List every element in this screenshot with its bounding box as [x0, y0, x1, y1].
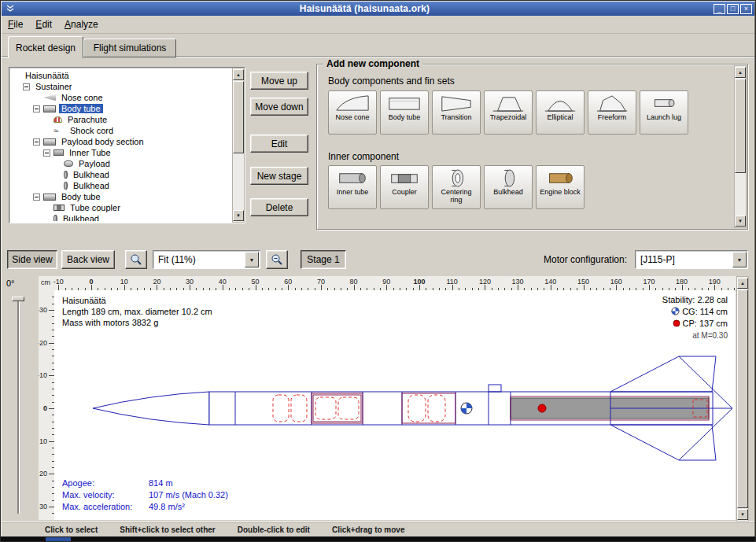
fin-top: [610, 356, 716, 392]
h-ruler-label: 140: [541, 278, 560, 286]
scroll-down-icon[interactable]: ▼: [735, 216, 746, 227]
nosecone-icon: [334, 93, 371, 114]
expander-icon[interactable]: [33, 138, 40, 146]
tree-item-body-tube[interactable]: Body tube: [11, 191, 231, 202]
tree-item-bulkhead[interactable]: Bulkhead: [11, 213, 231, 221]
component-card-bulkhead[interactable]: Bulkhead: [484, 165, 533, 209]
maximize-button[interactable]: □: [727, 4, 739, 14]
magnifier-icon: [130, 253, 142, 266]
expander-icon[interactable]: [33, 194, 40, 201]
tree-item-label: Bulkhead: [61, 214, 101, 221]
titlebar[interactable]: Haisunäätä (haisunaata.ork) _ □ ×: [2, 2, 754, 16]
tree-item-bulkhead[interactable]: Bulkhead: [11, 180, 231, 191]
v-ruler-label: 10: [39, 437, 47, 445]
tree-item-haisun-t[interactable]: Haisunäätä: [11, 70, 231, 81]
rocket-canvas[interactable]: Haisunäätä Length 189 cm, max. diameter …: [54, 290, 736, 520]
tree-item-parachute[interactable]: Parachute: [11, 114, 231, 125]
window-icon[interactable]: [5, 4, 16, 14]
launchlug-icon: [646, 93, 682, 114]
palette-scrollbar[interactable]: ▲ ▼: [734, 65, 747, 228]
new-stage-button[interactable]: New stage: [250, 167, 308, 185]
tree-item-sustainer[interactable]: Sustainer: [11, 81, 231, 92]
component-card-trapezoidal[interactable]: Trapezoidal: [484, 90, 533, 135]
scroll-up-icon[interactable]: ▲: [233, 69, 244, 80]
v-ruler-label: -20: [39, 339, 47, 347]
zoom-out-button[interactable]: [266, 250, 288, 269]
stage-1-button[interactable]: Stage 1: [301, 250, 346, 269]
tree-item-tube-coupler[interactable]: Tube coupler: [11, 202, 231, 213]
launch-lug: [489, 385, 501, 392]
cg-marker: [461, 403, 472, 414]
scroll-up-icon[interactable]: ▲: [737, 278, 748, 289]
component-card-transition[interactable]: Transition: [432, 90, 481, 135]
tab-flight-simulations[interactable]: Flight simulations: [83, 39, 176, 57]
motor-configuration-select[interactable]: [J115-P] ▼: [635, 250, 748, 269]
tree-item-payload-body-section[interactable]: Payload body section: [11, 136, 231, 147]
rotation-slider-handle[interactable]: [12, 297, 24, 301]
tree-item-nose-cone[interactable]: Nose cone: [11, 92, 231, 103]
tree-scrollbar-thumb[interactable]: [233, 81, 244, 153]
h-ruler-label: 100: [410, 278, 429, 286]
tree-item-shock-cord[interactable]: Shock cord: [11, 125, 231, 136]
component-card-label: Freeform: [598, 114, 627, 122]
component-card-launch-lug[interactable]: Launch lug: [640, 90, 688, 135]
component-card-nose-cone[interactable]: Nose cone: [328, 90, 377, 135]
hint-click-drag: Click+drag to move: [332, 525, 405, 534]
add-component-panel: Add new component Body components and fi…: [316, 64, 748, 230]
rotation-slider[interactable]: [17, 297, 19, 514]
tree-item-payload[interactable]: Payload: [11, 158, 231, 169]
edit-button[interactable]: Edit: [250, 135, 308, 153]
h-ruler-label: 40: [213, 278, 232, 286]
tab-rocket-design[interactable]: Rocket design: [8, 36, 83, 58]
chevron-down-icon[interactable]: ▼: [245, 252, 259, 267]
tree-item-body-tube[interactable]: Body tube: [11, 103, 231, 114]
tree-item-label: Payload: [76, 159, 112, 168]
component-card-centering-ring[interactable]: Centering ring: [432, 165, 481, 209]
tree-scrollbar[interactable]: ▲ ▼: [232, 68, 245, 223]
component-card-label: Elliptical: [547, 114, 573, 122]
expander-icon[interactable]: [23, 83, 30, 90]
taskbar-strip: [1, 536, 755, 542]
h-ruler-label: 60: [278, 278, 297, 286]
palette-scrollbar-thumb[interactable]: [735, 79, 746, 173]
expander-icon[interactable]: [33, 105, 40, 112]
component-card-engine-block[interactable]: Engine block: [536, 165, 585, 209]
coupler-icon: [53, 205, 65, 211]
move-down-button[interactable]: Move down: [250, 98, 308, 116]
scroll-up-icon[interactable]: ▲: [735, 67, 746, 78]
canvas-scrollbar-thumb[interactable]: [737, 289, 748, 508]
menu-file[interactable]: File: [2, 17, 29, 32]
delete-button[interactable]: Delete: [250, 198, 308, 216]
minimize-button[interactable]: _: [714, 4, 725, 14]
component-tree[interactable]: HaisunäätäSustainerNose coneBody tubePar…: [9, 67, 245, 223]
component-card-body-tube[interactable]: Body tube: [380, 90, 429, 135]
zoom-in-button[interactable]: [125, 250, 147, 269]
scroll-down-icon[interactable]: ▼: [233, 210, 244, 221]
v-ruler-label: 0: [39, 404, 47, 412]
move-up-button[interactable]: Move up: [250, 72, 308, 90]
component-card-label: Nose cone: [335, 114, 369, 122]
trapezoidal-icon: [490, 93, 526, 114]
component-card-coupler[interactable]: Coupler: [380, 165, 429, 209]
expander-icon[interactable]: [43, 149, 50, 157]
component-card-inner-tube[interactable]: Inner tube: [328, 165, 377, 209]
back-view-button[interactable]: Back view: [61, 250, 115, 269]
chevron-down-icon[interactable]: ▼: [732, 252, 747, 267]
tree-item-label: Sustainer: [33, 82, 74, 91]
scroll-down-icon[interactable]: ▼: [737, 509, 748, 520]
menu-edit[interactable]: Edit: [29, 17, 58, 32]
tree-item-inner-tube[interactable]: Inner Tube: [11, 147, 231, 158]
fit-zoom-select[interactable]: Fit (11%) ▼: [153, 250, 260, 269]
tree-item-label: Shock cord: [68, 126, 116, 135]
component-card-label: Body tube: [389, 114, 421, 122]
bulkhead-icon: [490, 168, 526, 189]
nose-icon: [43, 94, 56, 101]
tree-item-bulkhead[interactable]: Bulkhead: [11, 169, 231, 180]
component-card-label: Trapezoidal: [490, 114, 527, 122]
canvas-scrollbar[interactable]: ▲ ▼: [736, 276, 749, 522]
component-card-freeform[interactable]: Freeform: [588, 90, 636, 135]
close-button[interactable]: ×: [740, 4, 752, 14]
component-card-elliptical[interactable]: Elliptical: [536, 90, 585, 135]
side-view-button[interactable]: Side view: [7, 250, 57, 269]
menu-analyze[interactable]: Analyze: [58, 17, 105, 32]
